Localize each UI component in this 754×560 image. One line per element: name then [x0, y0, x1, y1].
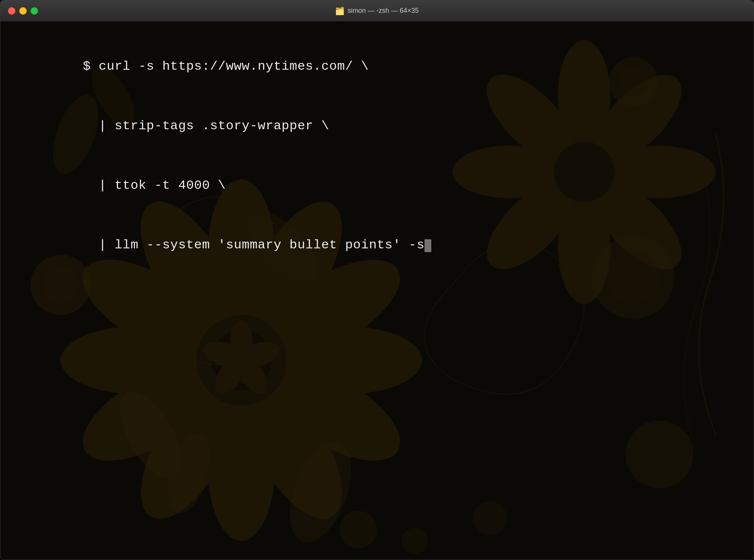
window-title: 🗂️ simon — -zsh — 64×35 — [335, 6, 419, 15]
traffic-lights — [8, 7, 38, 15]
command-prompt: $ curl -s https://www.nytimes.com/ \ — [83, 59, 369, 73]
command-continuation-2: | ttok -t 4000 \ — [83, 178, 226, 193]
svg-point-45 — [473, 501, 507, 535]
terminal-line-2: | strip-tags .story-wrapper \ — [19, 96, 735, 156]
title-bar: 🗂️ simon — -zsh — 64×35 — [0, 0, 754, 21]
svg-point-43 — [339, 511, 377, 548]
terminal-line-4: | llm --system 'summary bullet points' -… — [19, 215, 735, 275]
maximize-button[interactable] — [31, 7, 38, 15]
terminal-content: $ curl -s https://www.nytimes.com/ \ | s… — [0, 21, 754, 290]
svg-point-44 — [402, 528, 428, 554]
terminal-line-3: | ttok -t 4000 \ — [19, 156, 735, 215]
minimize-button[interactable] — [19, 7, 27, 15]
terminal-cursor — [425, 239, 431, 252]
close-button[interactable] — [8, 7, 15, 15]
title-text: simon — -zsh — 64×35 — [348, 7, 419, 15]
command-continuation-3: | llm --system 'summary bullet points' -… — [83, 238, 425, 252]
folder-icon: 🗂️ — [335, 6, 345, 15]
svg-point-34 — [639, 434, 680, 475]
terminal-window: 🗂️ simon — -zsh — 64×35 — [0, 0, 754, 560]
terminal-line-1: $ curl -s https://www.nytimes.com/ \ — [19, 37, 735, 96]
command-continuation-1: | strip-tags .story-wrapper \ — [83, 119, 329, 133]
terminal-body[interactable]: $ curl -s https://www.nytimes.com/ \ | s… — [0, 21, 754, 560]
